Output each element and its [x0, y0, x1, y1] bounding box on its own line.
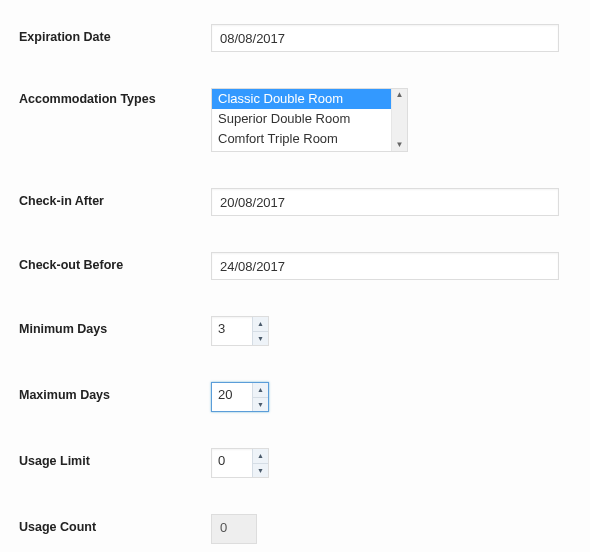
- accommodation-types-items: Classic Double Room Superior Double Room…: [212, 89, 391, 151]
- row-maximum-days: Maximum Days 20 ▲ ▼: [19, 370, 571, 424]
- spinner-down-icon[interactable]: ▼: [253, 463, 268, 478]
- listbox-scrollbar[interactable]: ▲ ▼: [391, 89, 407, 151]
- spinner-down-icon[interactable]: ▼: [253, 397, 268, 412]
- usage-limit-input[interactable]: 0 ▲ ▼: [211, 448, 269, 478]
- scroll-up-icon: ▲: [396, 89, 404, 101]
- row-usage-limit: Usage Limit 0 ▲ ▼: [19, 436, 571, 490]
- expiration-date-input[interactable]: [211, 24, 559, 52]
- label-checkin-after: Check-in After: [19, 188, 211, 208]
- accommodation-option[interactable]: Classic Double Room: [212, 89, 391, 109]
- usage-limit-value: 0: [212, 449, 252, 477]
- row-accommodation-types: Accommodation Types Classic Double Room …: [19, 76, 571, 164]
- maximum-days-value: 20: [212, 383, 252, 411]
- checkout-before-input[interactable]: [211, 252, 559, 280]
- accommodation-types-listbox[interactable]: Classic Double Room Superior Double Room…: [211, 88, 408, 152]
- minimum-days-input[interactable]: 3 ▲ ▼: [211, 316, 269, 346]
- scroll-down-icon: ▼: [396, 139, 404, 151]
- spinner-up-icon[interactable]: ▲: [253, 317, 268, 331]
- accommodation-option[interactable]: Superior Double Room: [212, 109, 391, 129]
- label-usage-limit: Usage Limit: [19, 448, 211, 468]
- checkin-after-input[interactable]: [211, 188, 559, 216]
- usage-count-display: 0: [211, 514, 257, 544]
- row-usage-count: Usage Count 0: [19, 502, 571, 552]
- label-maximum-days: Maximum Days: [19, 382, 211, 402]
- spinner-up-icon[interactable]: ▲: [253, 449, 268, 463]
- row-expiration-date: Expiration Date: [19, 12, 571, 64]
- spinner-up-icon[interactable]: ▲: [253, 383, 268, 397]
- label-minimum-days: Minimum Days: [19, 316, 211, 336]
- label-checkout-before: Check-out Before: [19, 252, 211, 272]
- settings-form: Expiration Date Accommodation Types Clas…: [0, 0, 590, 552]
- label-expiration-date: Expiration Date: [19, 24, 211, 44]
- label-accommodation-types: Accommodation Types: [19, 88, 211, 106]
- row-minimum-days: Minimum Days 3 ▲ ▼: [19, 304, 571, 358]
- accommodation-option[interactable]: Comfort Triple Room: [212, 129, 391, 149]
- label-usage-count: Usage Count: [19, 514, 211, 534]
- spinner-down-icon[interactable]: ▼: [253, 331, 268, 346]
- maximum-days-input[interactable]: 20 ▲ ▼: [211, 382, 269, 412]
- minimum-days-value: 3: [212, 317, 252, 345]
- row-checkout-before: Check-out Before: [19, 240, 571, 292]
- row-checkin-after: Check-in After: [19, 176, 571, 228]
